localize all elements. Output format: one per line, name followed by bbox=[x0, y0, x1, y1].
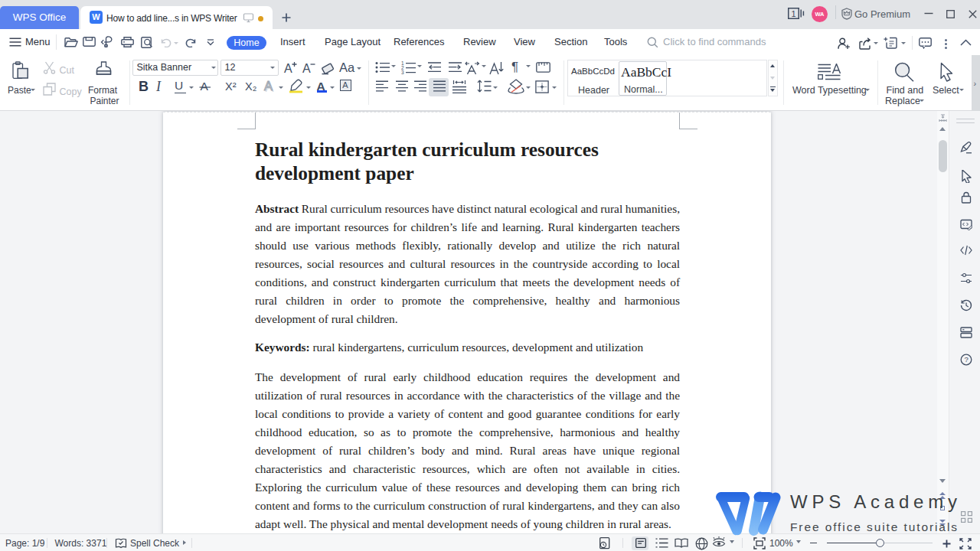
svg-text:3: 3 bbox=[401, 70, 404, 74]
svg-text:A: A bbox=[284, 62, 292, 74]
svg-text:1: 1 bbox=[791, 9, 795, 18]
svg-text:A: A bbox=[302, 62, 311, 74]
svg-text:?: ? bbox=[964, 355, 968, 364]
svg-text:A: A bbox=[201, 80, 209, 93]
